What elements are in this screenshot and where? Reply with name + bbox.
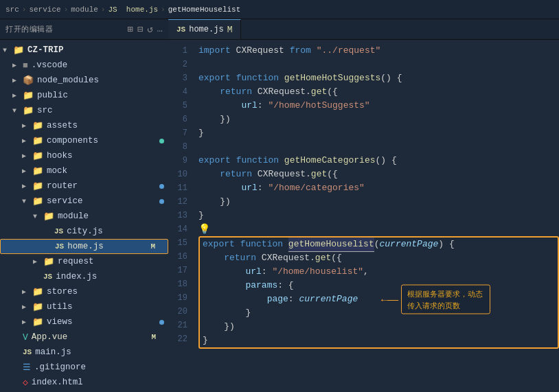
hooks-label: hooks — [47, 151, 73, 161]
sidebar-item-cztrip[interactable]: ▼ 📁 CZ-TRIP — [0, 43, 168, 58]
modified-dot — [159, 139, 164, 143]
sidebar-item-request[interactable]: ▶ 📁 request — [0, 254, 168, 269]
sidebar-item-views[interactable]: ▶ 📁 views — [0, 314, 168, 330]
highlight-block: export function getHomeHouselist(current… — [198, 236, 559, 349]
gitignore-label: .gitignore — [34, 362, 86, 372]
home-modified-badge: M — [150, 242, 155, 251]
utils-icon: 📁 — [32, 301, 43, 312]
arrow-right-icon: ▶ — [22, 137, 30, 145]
sidebar-item-nodemodules[interactable]: ▶ 📦 node_modules — [0, 73, 168, 88]
stores-label: stores — [47, 287, 78, 297]
assets-icon: 📁 — [32, 120, 43, 131]
sidebar-item-public[interactable]: ▶ 📁 public — [0, 88, 168, 103]
service-label: service — [47, 196, 83, 206]
vue-icon: V — [23, 332, 28, 343]
src-folder-icon: 📁 — [23, 105, 34, 116]
line-6: 6 — [183, 113, 187, 126]
code-content[interactable]: import CXRequest from "../request" expor… — [193, 40, 559, 392]
vscode-label: .vscode — [32, 60, 68, 70]
collapse-icon[interactable]: … — [157, 23, 163, 35]
code-line-5: url: "/home/hotSuggests" — [198, 99, 559, 113]
sidebar-item-gitignore[interactable]: ▶ ☰ .gitignore — [0, 360, 168, 375]
arrow-right-icon: ▶ — [22, 167, 30, 175]
breadcrumb-function: getHomeHouselist — [168, 5, 241, 14]
sidebar-item-stores[interactable]: ▶ 📁 stores — [0, 284, 168, 299]
cityjs-label: city.js — [67, 227, 103, 236]
line-15: 15 — [178, 236, 187, 250]
html-icon: ◇ — [23, 377, 28, 388]
sidebar-item-cityjs[interactable]: ▶ JS city.js — [0, 224, 168, 239]
sidebar-item-indexjs[interactable]: ▶ JS index.js — [0, 269, 168, 284]
sidebar-item-module[interactable]: ▼ 📁 module — [0, 209, 168, 224]
code-line-17: url: "/home/houselist", — [203, 265, 555, 279]
components-icon: 📁 — [32, 135, 43, 146]
code-line-7: } — [198, 126, 559, 140]
mock-label: mock — [47, 166, 67, 176]
line-7: 7 — [183, 126, 187, 140]
code-line-11: url: "/home/categories" — [198, 181, 559, 195]
sidebar-tree: ▼ 📁 CZ-TRIP ▶ ■ .vscode ▶ 📦 node_modules… — [0, 40, 168, 392]
public-label: public — [37, 91, 68, 100]
sidebar-title: 打开的编辑器 — [5, 24, 53, 34]
views-label: views — [47, 317, 73, 327]
breadcrumb-src: src — [5, 5, 19, 14]
module-label: module — [58, 211, 89, 221]
appvue-modified: M — [151, 333, 156, 341]
code-line-12: }) — [198, 195, 559, 209]
project-label: CZ-TRIP — [27, 45, 64, 55]
code-line-9: export function getHomeCategories() { — [198, 154, 559, 168]
line-1: 1 — [183, 44, 187, 58]
text-icon: ☰ — [23, 362, 31, 373]
sidebar: 打开的编辑器 ⊞ ⊟ ↺ … ▼ 📁 CZ-TRIP ▶ ■ .vscode — [0, 19, 168, 392]
sidebar-item-src[interactable]: ▼ 📁 src — [0, 103, 168, 118]
code-line-4: return CXRequest.get({ — [198, 85, 559, 99]
new-file-icon[interactable]: ⊞ — [127, 23, 133, 35]
line-17: 17 — [178, 264, 187, 277]
code-editor: 1 2 3 4 5 6 7 8 9 10 11 12 13 14 15 16 1… — [168, 40, 559, 392]
homejs-label: home.js — [67, 242, 104, 251]
line-19: 19 — [178, 291, 187, 305]
sidebar-header: 打开的编辑器 ⊞ ⊟ ↺ … — [0, 19, 168, 40]
code-line-16: return CXRequest.get({ — [203, 251, 555, 265]
sidebar-item-components[interactable]: ▶ 📁 components — [0, 133, 168, 148]
package-icon: 📦 — [23, 75, 34, 86]
hooks-icon: 📁 — [32, 150, 43, 161]
arrow-right-icon: ▶ — [22, 152, 30, 160]
sidebar-item-indexhtml[interactable]: ▶ ◇ index.html — [0, 375, 168, 390]
tab-homejs[interactable]: JS home.js M — [168, 19, 241, 39]
sidebar-item-utils[interactable]: ▶ 📁 utils — [0, 299, 168, 314]
sidebar-icons: ⊞ ⊟ ↺ … — [127, 23, 163, 35]
mock-icon: 📁 — [32, 165, 43, 176]
sidebar-item-assets[interactable]: ▶ 📁 assets — [0, 118, 168, 133]
arrow-right-icon: ▶ — [22, 182, 30, 190]
sidebar-item-service[interactable]: ▼ 📁 service — [0, 194, 168, 209]
module-icon: 📁 — [43, 211, 54, 222]
indexhtml-label: index.html — [32, 378, 83, 387]
arrow-right-icon: ▶ — [12, 61, 21, 69]
line-11: 11 — [178, 181, 187, 195]
new-folder-icon[interactable]: ⊟ — [137, 23, 143, 35]
lightbulb-icon[interactable]: 💡 — [198, 222, 210, 236]
assets-label: assets — [47, 121, 78, 130]
sidebar-item-mock[interactable]: ▶ 📁 mock — [0, 163, 168, 178]
tab-bar: JS home.js M — [168, 19, 559, 40]
code-line-10: return CXRequest.get({ — [198, 168, 559, 181]
code-line-15: export function getHomeHouselist(current… — [203, 238, 555, 251]
arrow-right-icon: ▶ — [22, 303, 30, 311]
breadcrumb-file: JS home.js — [108, 5, 158, 14]
sidebar-item-mainjs[interactable]: ▶ JS main.js — [0, 345, 168, 360]
sidebar-item-appvue[interactable]: ▶ V App.vue M — [0, 330, 168, 345]
arrow-right-icon: ▶ — [12, 76, 21, 84]
folder-dot-icon: ■ — [23, 60, 28, 71]
breadcrumb-service: service — [29, 5, 60, 14]
arrow-icon: ←—— — [381, 292, 398, 306]
line-2: 2 — [183, 58, 187, 71]
sidebar-item-homejs[interactable]: ▶ JS home.js M — [0, 239, 168, 254]
refresh-icon[interactable]: ↺ — [147, 23, 152, 35]
folder-icon: 📁 — [23, 90, 34, 101]
sidebar-item-vscode[interactable]: ▶ ■ .vscode — [0, 58, 168, 73]
sidebar-item-hooks[interactable]: ▶ 📁 hooks — [0, 148, 168, 163]
fn-highlight: getHomeHouselist — [288, 238, 374, 252]
js-file-icon: JS — [23, 348, 32, 356]
sidebar-item-router[interactable]: ▶ 📁 router — [0, 178, 168, 194]
